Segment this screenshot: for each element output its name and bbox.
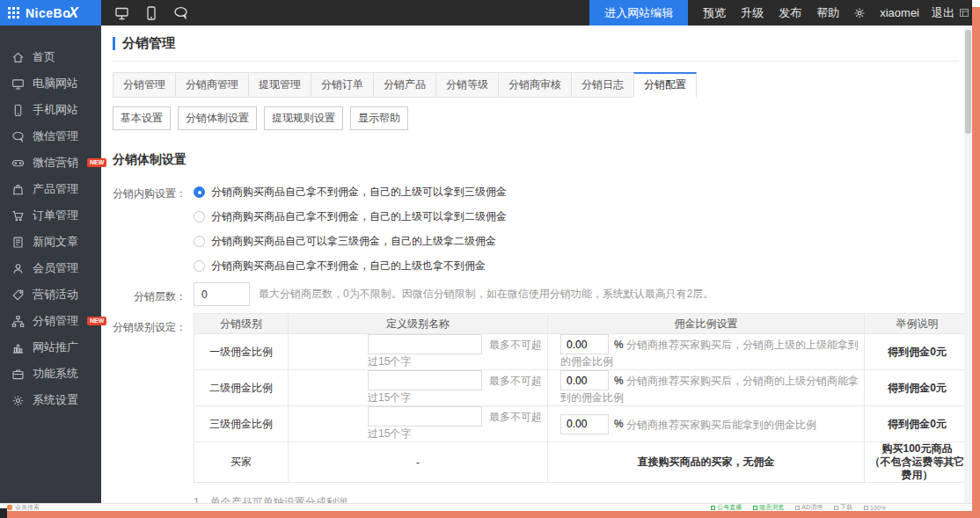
tab-distribution-products[interactable]: 分销产品 bbox=[373, 72, 436, 98]
sidebar-item-news[interactable]: 新闻文章 bbox=[0, 229, 101, 255]
upgrade-link[interactable]: 升级 bbox=[741, 5, 764, 21]
percent-sign: % bbox=[614, 375, 624, 387]
subtab-system-settings[interactable]: 分销体制设置 bbox=[178, 106, 257, 130]
member-search-label: 会员搜索 bbox=[15, 503, 40, 511]
briefcase-icon bbox=[11, 368, 25, 381]
sidebar-item-settings[interactable]: 系统设置 bbox=[0, 387, 101, 413]
wechat-chat-icon[interactable] bbox=[173, 6, 188, 19]
percent-sign: % bbox=[614, 339, 624, 351]
level1-rate-input[interactable] bbox=[560, 334, 609, 354]
grid-menu-icon[interactable] bbox=[8, 7, 19, 18]
level2-rate-input[interactable] bbox=[560, 370, 609, 390]
sidebar-item-label: 首页 bbox=[33, 49, 55, 65]
sidebar-item-label: 营销活动 bbox=[33, 287, 78, 303]
col-header-name: 定义级别名称 bbox=[289, 314, 548, 334]
subtab-bar: 基本设置 分销体制设置 提现规则设置 显示帮助 bbox=[113, 106, 959, 130]
sidebar-item-pc-site[interactable]: 电脑网站 bbox=[0, 70, 101, 97]
tab-withdrawal-mgmt[interactable]: 提现管理 bbox=[248, 72, 311, 98]
wechat-icon bbox=[11, 130, 25, 143]
sidebar-item-label: 电脑网站 bbox=[33, 76, 78, 91]
scrollbar-thumb[interactable] bbox=[965, 30, 971, 134]
logo-text: NiceBo bbox=[26, 6, 70, 20]
subtab-basic-settings[interactable]: 基本设置 bbox=[113, 106, 171, 130]
status-items: 公号直播 随意浏览 AD清理 下载 100% bbox=[711, 503, 886, 511]
subtab-show-help[interactable]: 显示帮助 bbox=[350, 106, 408, 130]
radio-unselected-icon[interactable] bbox=[194, 236, 205, 247]
example-cell: 得到佣金0元 bbox=[865, 334, 965, 370]
tab-distribution-mgmt[interactable]: 分销管理 bbox=[113, 72, 176, 98]
sidebar-item-members[interactable]: 会员管理 bbox=[0, 255, 101, 281]
table-row-level1: 一级佣金比例 最多不可超过15个字 % 分销商推荐买家购买后，分销商上级的上级能… bbox=[194, 334, 965, 370]
desktop-site-icon[interactable] bbox=[114, 6, 129, 20]
gamepad-icon bbox=[11, 157, 25, 170]
status-item-live[interactable]: 公号直播 bbox=[711, 503, 742, 511]
status-item-browse[interactable]: 随意浏览 bbox=[753, 503, 784, 511]
tab-distributor-review[interactable]: 分销商审核 bbox=[498, 72, 572, 98]
home-icon bbox=[11, 51, 25, 64]
tab-distribution-levels[interactable]: 分销等级 bbox=[435, 72, 499, 98]
subtab-withdraw-rules[interactable]: 提现规则设置 bbox=[264, 106, 343, 130]
radio-option-4[interactable]: 分销商购买商品自己拿不到佣金，自己的上级也拿不到佣金 bbox=[186, 253, 507, 278]
radio-unselected-icon[interactable] bbox=[194, 211, 205, 223]
live-icon bbox=[711, 506, 715, 510]
radio-option-label: 分销商购买商品自己拿不到佣金，自己的上级可以拿到二级佣金 bbox=[211, 209, 507, 224]
buyer-name-cell: - bbox=[289, 442, 548, 483]
radio-selected-icon[interactable] bbox=[194, 186, 205, 198]
radio-unselected-icon[interactable] bbox=[194, 260, 205, 272]
vertical-scrollbar[interactable] bbox=[964, 26, 972, 503]
new-badge: NEW bbox=[87, 158, 106, 167]
tab-distributor-mgmt[interactable]: 分销商管理 bbox=[175, 72, 249, 98]
status-item-clean[interactable]: AD清理 bbox=[795, 503, 823, 511]
logout-link[interactable]: 退出 bbox=[932, 5, 954, 21]
levels-input[interactable] bbox=[194, 282, 250, 306]
main-content: 分销管理 分销管理 分销商管理 提现管理 分销订单 分销产品 分销等级 分销商审… bbox=[101, 26, 964, 503]
browse-icon bbox=[753, 506, 757, 510]
sidebar-item-label: 订单管理 bbox=[33, 208, 78, 223]
sidebar-item-promotion[interactable]: 网站推广 bbox=[0, 334, 101, 361]
status-left: 会员搜索 bbox=[7, 503, 40, 511]
sidebar-item-home[interactable]: 首页 bbox=[0, 44, 101, 70]
username[interactable]: xiaomei bbox=[880, 6, 919, 19]
sidebar-item-wechat-marketing[interactable]: 微信营销 NEW bbox=[0, 150, 101, 176]
name-cell: 最多不可超过15个字 bbox=[289, 370, 548, 406]
desktop-icon bbox=[11, 77, 25, 91]
radio-option-1[interactable]: 分销商购买商品自己拿不到佣金，自己的上级可以拿到三级佣金 bbox=[186, 179, 507, 204]
level2-name-input[interactable] bbox=[368, 370, 482, 390]
sidebar-item-wechat[interactable]: 微信管理 bbox=[0, 123, 101, 150]
example-cell: 得到佣金0元 bbox=[865, 370, 965, 406]
settings-gear-icon[interactable] bbox=[853, 7, 866, 19]
percent-sign: % bbox=[614, 418, 624, 430]
product-bag-icon bbox=[11, 183, 25, 196]
status-item-download[interactable]: 下载 bbox=[834, 503, 852, 511]
level3-rate-input[interactable] bbox=[560, 414, 609, 434]
help-link[interactable]: 帮助 bbox=[816, 5, 839, 21]
sidebar-item-distribution[interactable]: 分销管理 NEW bbox=[0, 308, 101, 334]
level3-name-input[interactable] bbox=[368, 406, 482, 427]
app-logo[interactable]: NiceBoX bbox=[0, 0, 101, 26]
radio-option-label: 分销商购买商品自己拿不到佣金，自己的上级可以拿到三级佣金 bbox=[211, 185, 507, 200]
status-item-zoom[interactable]: 100% bbox=[864, 505, 886, 511]
sidebar-item-label: 分销管理 bbox=[33, 313, 78, 329]
enter-site-editor-button[interactable]: 进入网站编辑 bbox=[589, 0, 688, 26]
preview-link[interactable]: 预览 bbox=[703, 5, 726, 21]
publish-link[interactable]: 发布 bbox=[779, 5, 801, 21]
level1-name-input[interactable] bbox=[368, 334, 482, 354]
tab-distribution-logs[interactable]: 分销日志 bbox=[571, 72, 634, 98]
grade-label: 分销级别设定： bbox=[113, 313, 186, 483]
inner-purchase-row: 分销内购设置： 分销商购买商品自己拿不到佣金，自己的上级可以拿到三级佣金 分销商… bbox=[113, 179, 959, 278]
levels-row: 分销层数： 最大分销商层数，0为不限制。因微信分销限制，如在微信使用分销功能，系… bbox=[113, 282, 959, 306]
sidebar-item-products[interactable]: 产品管理 bbox=[0, 176, 101, 202]
sidebar-item-mobile-site[interactable]: 手机网站 bbox=[0, 97, 101, 123]
grade-table: 分销级别 定义级别名称 佣金比例设置 举例说明 一级佣金比例 最多不可超过15个… bbox=[194, 313, 964, 483]
level-cell: 买家 bbox=[194, 442, 289, 483]
mobile-site-icon[interactable] bbox=[146, 6, 157, 20]
sidebar-item-campaigns[interactable]: 营销活动 bbox=[0, 281, 101, 308]
cart-icon bbox=[11, 209, 25, 223]
radio-option-3[interactable]: 分销商购买商品自己可以拿三级佣金，自己的上级拿二级佣金 bbox=[186, 229, 507, 253]
tab-distribution-orders[interactable]: 分销订单 bbox=[311, 72, 374, 98]
mini-window-icon[interactable] bbox=[960, 9, 969, 17]
tab-distribution-config[interactable]: 分销配置 bbox=[633, 72, 697, 98]
radio-option-2[interactable]: 分销商购买商品自己拿不到佣金，自己的上级可以拿到二级佣金 bbox=[186, 204, 507, 229]
sidebar-item-orders[interactable]: 订单管理 bbox=[0, 202, 101, 229]
sidebar-item-features[interactable]: 功能系统 bbox=[0, 361, 101, 387]
